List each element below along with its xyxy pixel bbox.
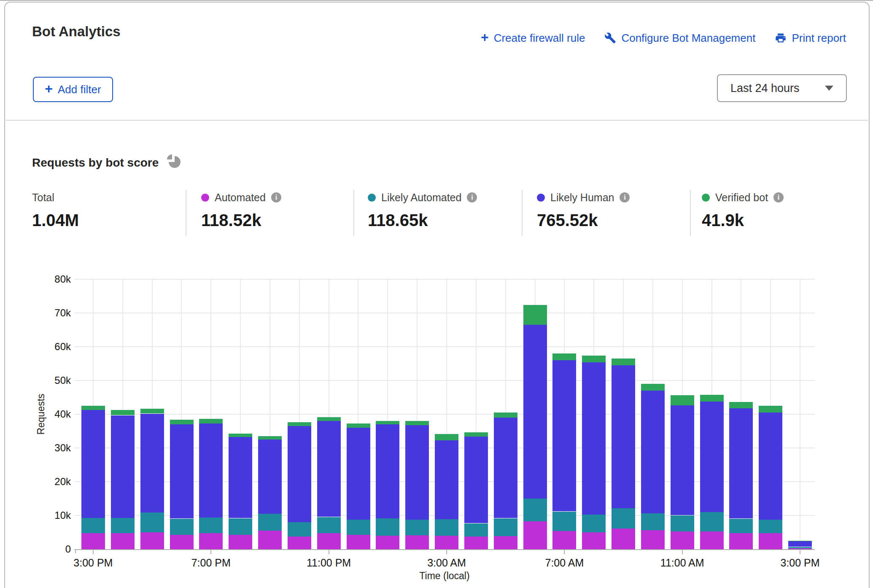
bar-segment-likely-automated[interactable]: [759, 520, 782, 533]
bar-segment-automated[interactable]: [671, 531, 694, 549]
bar-segment-automated[interactable]: [700, 531, 724, 549]
bar-segment-likely-human[interactable]: [494, 418, 517, 518]
bar-segment-verified-bot[interactable]: [523, 305, 547, 325]
bar-segment-likely-human[interactable]: [81, 410, 105, 518]
bar-segment-likely-human[interactable]: [435, 440, 458, 519]
bar-segment-likely-automated[interactable]: [641, 513, 665, 530]
bar-segment-likely-automated[interactable]: [464, 523, 488, 537]
bar-segment-verified-bot[interactable]: [81, 406, 105, 410]
bar-segment-likely-automated[interactable]: [199, 517, 223, 533]
bar-segment-verified-bot[interactable]: [347, 423, 370, 428]
bar-segment-likely-automated[interactable]: [435, 519, 458, 536]
bar-segment-likely-human[interactable]: [671, 405, 694, 515]
bar-segment-likely-automated[interactable]: [140, 512, 164, 532]
bar-segment-likely-automated[interactable]: [788, 547, 812, 548]
bar-segment-automated[interactable]: [729, 533, 753, 549]
bar-segment-likely-human[interactable]: [729, 408, 753, 518]
bar-segment-automated[interactable]: [258, 531, 282, 549]
bar-segment-verified-bot[interactable]: [199, 419, 223, 423]
bar-segment-likely-human[interactable]: [405, 425, 429, 520]
bar-segment-verified-bot[interactable]: [376, 421, 399, 424]
bar-segment-verified-bot[interactable]: [552, 353, 576, 360]
bar-segment-likely-automated[interactable]: [494, 518, 517, 536]
bar-segment-automated[interactable]: [552, 531, 576, 549]
bar-segment-likely-automated[interactable]: [582, 515, 606, 532]
bar-segment-automated[interactable]: [494, 536, 517, 549]
bar-segment-likely-human[interactable]: [376, 424, 399, 518]
bar-segment-likely-automated[interactable]: [612, 508, 635, 529]
bar-segment-verified-bot[interactable]: [464, 432, 488, 437]
bar-segment-automated[interactable]: [759, 533, 782, 549]
bar-segment-verified-bot[interactable]: [582, 356, 606, 362]
bar-segment-automated[interactable]: [376, 536, 399, 549]
bar-segment-automated[interactable]: [170, 535, 194, 549]
bar-segment-likely-automated[interactable]: [729, 519, 753, 533]
bar-segment-automated[interactable]: [612, 529, 635, 549]
bar-segment-likely-automated[interactable]: [700, 512, 724, 531]
bar-segment-likely-human[interactable]: [641, 391, 665, 513]
bar-segment-verified-bot[interactable]: [759, 406, 782, 413]
bar-segment-verified-bot[interactable]: [317, 417, 341, 421]
bar-segment-likely-automated[interactable]: [376, 518, 399, 536]
bar-segment-verified-bot[interactable]: [671, 395, 694, 405]
bar-segment-likely-automated[interactable]: [229, 518, 252, 535]
bar-segment-likely-human[interactable]: [170, 424, 194, 518]
bar-segment-verified-bot[interactable]: [788, 541, 812, 541]
bar-segment-automated[interactable]: [641, 530, 665, 549]
bar-segment-likely-human[interactable]: [523, 325, 547, 499]
bar-segment-automated[interactable]: [111, 533, 135, 549]
bar-segment-likely-human[interactable]: [788, 541, 812, 547]
bar-segment-verified-bot[interactable]: [435, 434, 458, 440]
bar-segment-likely-automated[interactable]: [671, 515, 694, 531]
bar-segment-automated[interactable]: [435, 536, 458, 549]
bar-segment-automated[interactable]: [523, 521, 547, 549]
bar-segment-likely-human[interactable]: [317, 421, 341, 517]
bar-segment-automated[interactable]: [405, 535, 429, 549]
bar-segment-likely-human[interactable]: [258, 440, 282, 514]
bar-segment-automated[interactable]: [229, 535, 252, 549]
bar-segment-likely-human[interactable]: [759, 413, 782, 520]
bar-segment-likely-automated[interactable]: [347, 519, 370, 535]
bar-segment-likely-human[interactable]: [612, 365, 635, 508]
bar-segment-verified-bot[interactable]: [258, 436, 282, 440]
bar-segment-verified-bot[interactable]: [729, 402, 753, 408]
bar-segment-verified-bot[interactable]: [641, 384, 665, 391]
bar-segment-likely-human[interactable]: [140, 414, 164, 512]
bar-segment-automated[interactable]: [464, 537, 488, 549]
bar-segment-verified-bot[interactable]: [405, 421, 429, 425]
bar-segment-automated[interactable]: [347, 535, 370, 549]
bar-segment-likely-automated[interactable]: [317, 517, 341, 533]
gridline-horizontal: [74, 313, 815, 313]
bar-segment-automated[interactable]: [582, 532, 606, 549]
bar-segment-likely-automated[interactable]: [288, 522, 311, 537]
bar-segment-automated[interactable]: [81, 533, 105, 549]
bar-segment-likely-human[interactable]: [199, 423, 223, 518]
bar-segment-verified-bot[interactable]: [229, 434, 252, 437]
bar-segment-likely-automated[interactable]: [258, 514, 282, 531]
bar-segment-automated[interactable]: [288, 537, 311, 549]
bar-segment-likely-automated[interactable]: [552, 512, 576, 531]
bar-segment-verified-bot[interactable]: [111, 410, 135, 415]
bar-segment-likely-automated[interactable]: [111, 518, 135, 533]
bar-segment-likely-human[interactable]: [347, 428, 370, 520]
bar-segment-likely-human[interactable]: [552, 360, 576, 511]
bar-segment-likely-automated[interactable]: [170, 519, 194, 535]
bar-segment-verified-bot[interactable]: [494, 413, 517, 418]
bar-segment-likely-human[interactable]: [288, 426, 311, 522]
bar-segment-verified-bot[interactable]: [140, 409, 164, 413]
bar-segment-likely-human[interactable]: [111, 415, 135, 518]
bar-segment-automated[interactable]: [140, 532, 164, 549]
bar-segment-verified-bot[interactable]: [288, 422, 311, 426]
bar-segment-likely-automated[interactable]: [523, 499, 547, 521]
bar-segment-verified-bot[interactable]: [612, 359, 635, 365]
bar-segment-likely-automated[interactable]: [81, 518, 105, 533]
bar-segment-likely-human[interactable]: [229, 437, 252, 518]
bar-segment-verified-bot[interactable]: [700, 395, 724, 402]
bar-segment-automated[interactable]: [317, 533, 341, 549]
bar-segment-automated[interactable]: [199, 533, 223, 549]
bar-segment-likely-human[interactable]: [582, 362, 606, 515]
bar-segment-likely-human[interactable]: [464, 436, 488, 523]
bar-segment-verified-bot[interactable]: [170, 420, 194, 424]
bar-segment-likely-human[interactable]: [700, 402, 724, 512]
bar-segment-likely-automated[interactable]: [405, 520, 429, 535]
